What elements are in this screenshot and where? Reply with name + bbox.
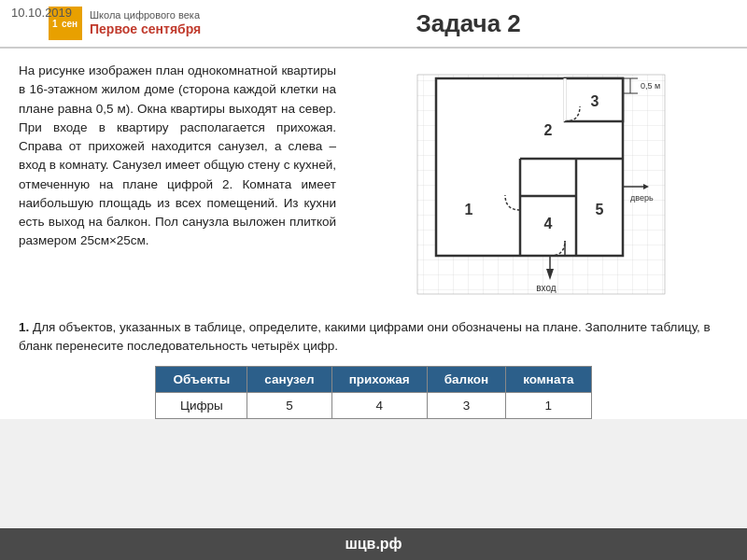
col-header-balkon: балкон [427,366,505,392]
main-content: На рисунке изображен план однокомнатной … [0,49,747,311]
svg-text:4: 4 [543,216,552,231]
logo-text-top: Школа цифрового века [90,9,201,21]
cell-row-label: Цифры [156,392,247,418]
header-date: 10.10.2019 [11,6,72,20]
svg-text:1: 1 [464,202,472,217]
col-header-prihozhaya: прихожая [331,366,427,392]
answer-table-wrapper: Объекты санузел прихожая балкон комната … [19,366,728,419]
floor-plan-svg: дверь 0,5 м 1 2 3 4 5 вход [408,65,674,303]
logo-text: Школа цифрового века Первое сентября [90,9,201,37]
description-text: На рисунке изображен план однокомнатной … [19,62,336,303]
svg-text:дверь: дверь [630,193,654,203]
task-text: Для объектов, указанных в таблице, опред… [19,320,711,353]
bottom-section: 1. Для объектов, указанных в таблице, оп… [0,311,747,419]
svg-text:3: 3 [590,93,599,109]
floor-plan-container: дверь 0,5 м 1 2 3 4 5 вход [353,62,728,303]
svg-text:сен: сен [62,19,78,29]
cell-prihozhaya-value: 4 [331,392,427,418]
svg-text:вход: вход [536,283,557,293]
cell-balkon-value: 3 [427,392,505,418]
svg-text:5: 5 [595,202,603,217]
svg-text:1: 1 [52,19,58,29]
task-number: 1. [19,320,29,334]
col-header-komnata: комната [506,366,591,392]
col-header-objects: Объекты [156,366,247,392]
page-title: Задача 2 [201,9,736,38]
svg-text:0,5 м: 0,5 м [641,81,660,91]
task-description: 1. Для объектов, указанных в таблице, оп… [19,318,728,357]
answer-table: Объекты санузел прихожая балкон комната … [155,366,591,419]
cell-komnata-value: 1 [506,392,591,418]
cell-sanuzal-value: 5 [247,392,331,418]
table-row: Цифры 5 4 3 1 [156,392,591,418]
footer-text: шцв.рф [345,536,402,552]
col-header-sanuzal: санузел [247,366,331,392]
logo-text-bottom: Первое сентября [90,21,201,37]
footer: шцв.рф [0,528,747,560]
svg-text:2: 2 [543,122,552,138]
